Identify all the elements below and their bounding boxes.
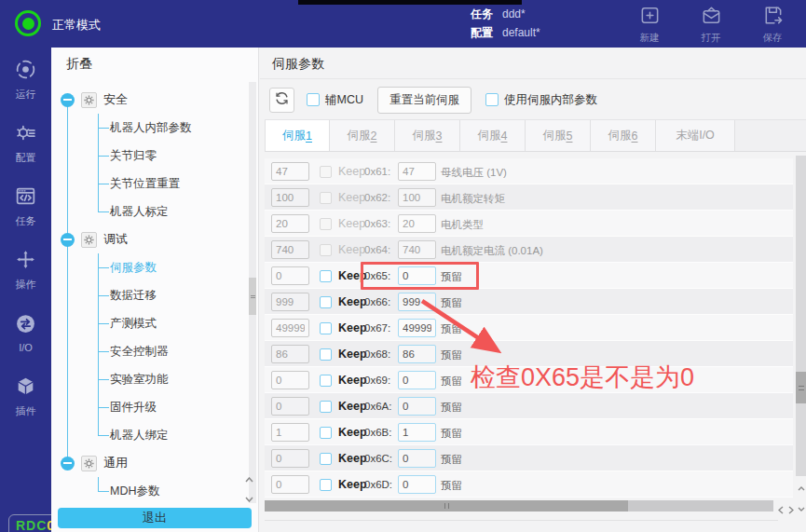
scroll-down-icon[interactable] xyxy=(245,489,253,506)
register-value-input[interactable] xyxy=(398,397,436,416)
collapse-minus-icon[interactable] xyxy=(61,457,75,471)
nav-item-io[interactable]: I/O xyxy=(0,301,51,364)
collapse-minus-icon[interactable] xyxy=(61,233,75,247)
register-value-input[interactable] xyxy=(398,214,436,233)
tree-item-data-migration[interactable]: 数据迁移 xyxy=(51,281,248,309)
keep-checkbox[interactable] xyxy=(320,427,332,439)
tree-item-safety-controller[interactable]: 安全控制器 xyxy=(51,337,248,365)
use-internal-params-checkbox[interactable] xyxy=(485,93,499,106)
tree-item-joint-position-reset[interactable]: 关节位置重置 xyxy=(51,170,248,198)
scroll-right-icon[interactable] xyxy=(788,501,794,518)
collapse-minus-icon[interactable] xyxy=(61,93,75,107)
keep-checkbox[interactable] xyxy=(320,218,332,230)
tree-content: 安全机器人内部参数关节归零关节位置重置机器人标定调试伺服参数数据迁移产测模式安全… xyxy=(51,82,248,503)
register-value-input[interactable] xyxy=(398,475,436,494)
vertical-scrollbar[interactable] xyxy=(796,156,806,476)
gear-icon xyxy=(81,92,97,108)
register-address-label: 0x65: xyxy=(364,270,390,281)
save-button[interactable]: 保存 xyxy=(746,5,799,44)
register-value-input[interactable] xyxy=(398,345,436,363)
tree-item-lab-features[interactable]: 实验室功能 xyxy=(51,365,248,393)
tree-item-production-test-mode[interactable]: 产测模式 xyxy=(51,309,248,337)
vertical-scrollbar-thumb[interactable] xyxy=(796,372,806,403)
tree-group-general[interactable]: 通用 xyxy=(51,449,248,477)
param-value-input[interactable] xyxy=(271,293,309,311)
tree-scrollbar[interactable] xyxy=(249,82,256,503)
register-value-input[interactable] xyxy=(398,371,436,389)
new-button[interactable]: 新建 xyxy=(623,5,676,44)
keep-checkbox[interactable] xyxy=(320,244,332,256)
register-value-input[interactable] xyxy=(398,188,436,207)
param-description: 预留 xyxy=(441,296,462,310)
register-value-input[interactable] xyxy=(398,319,436,337)
tree-scrollbar-thumb[interactable] xyxy=(249,278,256,315)
param-value-input[interactable] xyxy=(271,266,309,285)
param-value-input[interactable] xyxy=(271,162,309,181)
scroll-left-icon[interactable] xyxy=(778,501,784,518)
tree-item-robot-calibration[interactable]: 机器人标定 xyxy=(51,198,248,225)
register-address-label: 0x67: xyxy=(364,322,390,334)
aux-mcu-checkbox[interactable] xyxy=(307,93,320,106)
scroll-up-icon[interactable] xyxy=(798,478,805,495)
tab-servo-3[interactable]: 伺服3 xyxy=(395,120,460,151)
scroll-down-icon[interactable] xyxy=(798,498,805,515)
param-description: 预留 xyxy=(441,375,462,389)
param-value-input[interactable] xyxy=(271,214,309,233)
horizontal-scrollbar[interactable] xyxy=(265,500,773,512)
param-value-input[interactable] xyxy=(271,371,309,389)
horizontal-scrollbar-thumb[interactable] xyxy=(265,500,628,512)
register-value-input[interactable] xyxy=(398,449,436,468)
nav-item-plugin[interactable]: 插件 xyxy=(0,364,51,428)
param-value-input[interactable] xyxy=(271,423,309,442)
param-value-input[interactable] xyxy=(271,240,309,259)
keep-checkbox[interactable] xyxy=(320,166,332,178)
tree-item-robot-internal-params[interactable]: 机器人内部参数 xyxy=(51,114,248,142)
tab-end-io[interactable]: 末端I/O xyxy=(656,120,735,151)
register-value-input[interactable] xyxy=(398,162,436,181)
param-value-input[interactable] xyxy=(271,319,309,337)
param-value-input[interactable] xyxy=(271,345,309,363)
tree-group-debug[interactable]: 调试 xyxy=(51,225,248,253)
keep-checkbox[interactable] xyxy=(320,401,332,413)
exit-button[interactable]: 退出 xyxy=(58,508,252,528)
nav-item-operate[interactable]: 操作 xyxy=(0,238,51,301)
tree-item-firmware-upgrade[interactable]: 固件升级 xyxy=(51,393,248,421)
param-value-input[interactable] xyxy=(271,449,309,468)
tree-item-joint-zeroing[interactable]: 关节归零 xyxy=(51,142,248,170)
reset-current-servo-button[interactable]: 重置当前伺服 xyxy=(377,87,471,114)
keep-checkbox[interactable] xyxy=(320,375,332,387)
param-value-input[interactable] xyxy=(271,188,309,207)
refresh-button[interactable] xyxy=(269,88,294,113)
tab-servo-1[interactable]: 伺服1 xyxy=(265,120,330,151)
param-value-input[interactable] xyxy=(271,397,309,416)
register-value-input[interactable] xyxy=(398,266,436,285)
tree-group-safety[interactable]: 安全 xyxy=(51,86,248,114)
config-value: default* xyxy=(502,26,540,39)
register-value-input[interactable] xyxy=(398,423,436,442)
keep-checkbox[interactable] xyxy=(320,322,332,334)
tree-item-mdh-params[interactable]: MDH参数 xyxy=(51,477,248,503)
nav-item-run[interactable]: 运行 xyxy=(0,48,51,111)
keep-checkbox[interactable] xyxy=(320,348,332,361)
tab-servo-2[interactable]: 伺服2 xyxy=(330,120,395,151)
nav-item-task[interactable]: 任务 xyxy=(0,174,51,238)
tab-servo-4[interactable]: 伺服4 xyxy=(460,120,526,151)
keep-label: Keep xyxy=(338,321,367,334)
open-button[interactable]: 打开 xyxy=(685,5,737,44)
tree-item-servo-params[interactable]: 伺服参数 xyxy=(51,253,248,281)
param-value-input[interactable] xyxy=(271,475,309,494)
keep-checkbox[interactable] xyxy=(320,479,332,491)
register-address-label: 0x64: xyxy=(364,244,390,255)
tab-servo-5[interactable]: 伺服5 xyxy=(526,120,591,151)
keep-checkbox[interactable] xyxy=(320,296,332,308)
keep-label: Keep xyxy=(338,269,367,282)
gear-icon xyxy=(81,232,97,248)
keep-checkbox[interactable] xyxy=(320,192,332,204)
nav-item-config[interactable]: 配置 xyxy=(0,111,51,174)
keep-checkbox[interactable] xyxy=(320,270,332,282)
tab-servo-6[interactable]: 伺服6 xyxy=(591,120,656,151)
register-value-input[interactable] xyxy=(398,240,436,259)
keep-checkbox[interactable] xyxy=(320,453,332,465)
tree-item-robot-binding[interactable]: 机器人绑定 xyxy=(51,421,248,449)
register-value-input[interactable] xyxy=(398,293,436,311)
